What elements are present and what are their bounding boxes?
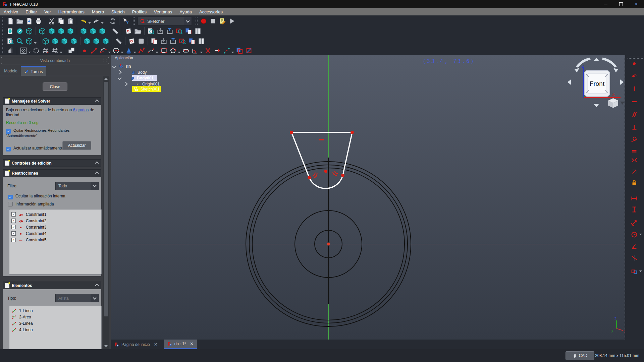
combo-view-titlebar[interactable]: Vista combinada xyxy=(1,57,109,64)
redo-button[interactable] xyxy=(92,16,101,26)
external-geometry-button[interactable] xyxy=(222,46,231,55)
macro-stop-button[interactable] xyxy=(208,16,218,26)
constraint-filter-dropdown[interactable] xyxy=(60,52,62,53)
nav-cube-front-label[interactable]: Front xyxy=(590,80,605,87)
menu-macro[interactable]: Macro xyxy=(88,9,108,14)
snells-law-button[interactable] xyxy=(631,254,639,262)
new-button[interactable] xyxy=(6,16,15,26)
zoom-selection-button[interactable] xyxy=(15,37,24,46)
scroll-up-icon[interactable] xyxy=(104,78,108,80)
toolbar-handle[interactable] xyxy=(2,27,4,35)
distance-x-button[interactable] xyxy=(631,195,639,203)
leave-sketch-2-button[interactable] xyxy=(159,37,168,46)
zoom-fit-button[interactable] xyxy=(6,37,15,46)
parallel-constraint-button[interactable] xyxy=(631,111,639,119)
axonometric-2-button[interactable] xyxy=(41,37,50,46)
carbon-copy-button[interactable] xyxy=(235,46,244,55)
fit-all-button[interactable] xyxy=(6,26,15,36)
hide-internal-checkbox[interactable]: ✓ xyxy=(8,195,13,199)
collapse-chevron-icon[interactable] xyxy=(95,284,99,287)
equal-constraint-button[interactable] xyxy=(631,147,639,156)
trim-button[interactable] xyxy=(203,46,213,55)
distance-button[interactable] xyxy=(631,219,639,227)
polygon-button[interactable] xyxy=(168,46,178,55)
expander-right-icon[interactable] xyxy=(123,82,128,86)
draw-style-alt-button[interactable] xyxy=(24,37,34,46)
type-dropdown-arrow[interactable] xyxy=(91,294,99,302)
redo-dropdown[interactable] xyxy=(101,22,104,24)
menu-sketch[interactable]: Sketch xyxy=(108,9,128,14)
menu-ventanas[interactable]: Ventanas xyxy=(150,9,176,14)
b-spline-dropdown[interactable] xyxy=(156,52,158,53)
fillet-dropdown[interactable] xyxy=(200,52,203,53)
constraints-list[interactable]: ✓Constraint1 ✓Constraint2 ✓Constraint3 ✓… xyxy=(9,209,102,275)
view-left-button[interactable] xyxy=(98,26,107,36)
view-front-2-button[interactable] xyxy=(50,37,60,46)
circle-dropdown[interactable] xyxy=(121,52,123,53)
close-task-button[interactable]: Close xyxy=(43,82,67,91)
polygon-dropdown[interactable] xyxy=(178,52,180,53)
workbench-dropdown[interactable] xyxy=(184,17,192,25)
distance-y-button[interactable] xyxy=(631,206,639,214)
elements-list[interactable]: 1-Línea 2-Arco 3-Línea 4-Línea xyxy=(9,306,102,351)
radius-constraint-button[interactable] xyxy=(631,231,639,239)
redundant-checkbox[interactable]: ✓ xyxy=(6,129,11,134)
elements-header[interactable]: Elementos xyxy=(3,282,101,289)
tab-start-page[interactable]: Página de inicio ✕ xyxy=(111,340,161,349)
scrollbar-thumb[interactable] xyxy=(104,82,108,316)
rectangle-button[interactable] xyxy=(159,46,168,55)
print-button[interactable] xyxy=(34,16,43,26)
mirror-sketch-button[interactable] xyxy=(193,26,203,36)
view-top-button[interactable] xyxy=(56,26,66,36)
expander-down-icon[interactable] xyxy=(117,76,122,80)
cut-button[interactable] xyxy=(47,16,56,26)
refresh-button[interactable] xyxy=(108,16,117,26)
draw-style-dropdown[interactable] xyxy=(34,42,37,44)
filter-dropdown[interactable]: Todo xyxy=(55,182,99,190)
view-front-button[interactable] xyxy=(47,26,56,36)
collapse-chevron-icon[interactable] xyxy=(95,99,99,103)
close-tab-icon[interactable]: ✕ xyxy=(190,341,194,346)
tree-root[interactable]: Aplicación xyxy=(115,56,133,60)
actualizar-button[interactable]: Actualizar xyxy=(62,141,91,150)
grid-toggle-button[interactable] xyxy=(6,46,15,55)
copy-button[interactable] xyxy=(56,16,66,26)
sketch-sheet-button[interactable] xyxy=(127,37,137,46)
element-row[interactable]: 3-Línea xyxy=(9,320,101,326)
view-right-button[interactable] xyxy=(66,26,75,36)
constraint-row[interactable]: ✓Constraint5 xyxy=(9,237,101,243)
element-row[interactable]: 4-Línea xyxy=(9,326,101,333)
toggle-construction-dropdown[interactable] xyxy=(639,270,642,272)
map-sketch-button[interactable] xyxy=(150,37,159,46)
tab-tareas[interactable]: Tareas xyxy=(21,66,46,76)
toolbar-handle[interactable] xyxy=(2,17,4,25)
vertical-constraint-button[interactable] xyxy=(631,85,639,93)
measure-button[interactable] xyxy=(114,37,123,46)
extended-info-checkbox[interactable] xyxy=(8,202,13,206)
nav-style-button[interactable]: CAD xyxy=(566,351,594,360)
angle-constraint-button[interactable] xyxy=(631,243,639,251)
collapse-chevron-icon[interactable] xyxy=(95,171,99,175)
symmetric-constraint-button[interactable] xyxy=(631,157,639,165)
mirror-sketch-2-button[interactable] xyxy=(197,37,206,46)
tree-item-sketch001[interactable]: Sketch001 xyxy=(133,86,160,92)
constraint-checkbox[interactable]: ✓ xyxy=(11,238,16,242)
element-row[interactable]: 1-Línea xyxy=(9,307,101,314)
expander-right-icon[interactable] xyxy=(117,70,122,74)
tree-item-rin[interactable]: rin xyxy=(113,64,131,69)
tree-item-body001[interactable]: Body001 xyxy=(118,75,154,80)
view-left-2-button[interactable] xyxy=(101,37,110,46)
external-geometry-dropdown[interactable] xyxy=(231,52,234,53)
view-bottom-2-button[interactable] xyxy=(92,37,101,46)
create-sketch-button[interactable] xyxy=(124,26,133,36)
polyline-button[interactable] xyxy=(137,46,146,55)
menu-ayuda[interactable]: Ayuda xyxy=(176,9,196,14)
line-button[interactable] xyxy=(89,46,99,55)
float-panel-icon[interactable] xyxy=(103,58,107,62)
view-right-2-button[interactable] xyxy=(69,37,78,46)
scroll-down-icon[interactable] xyxy=(104,345,108,347)
measure-distance-button[interactable] xyxy=(111,26,120,36)
constraint-row[interactable]: ✓Constraint2 xyxy=(9,218,101,224)
constraint-checkbox[interactable]: ✓ xyxy=(11,231,16,236)
fit-selection-button[interactable] xyxy=(15,26,24,36)
